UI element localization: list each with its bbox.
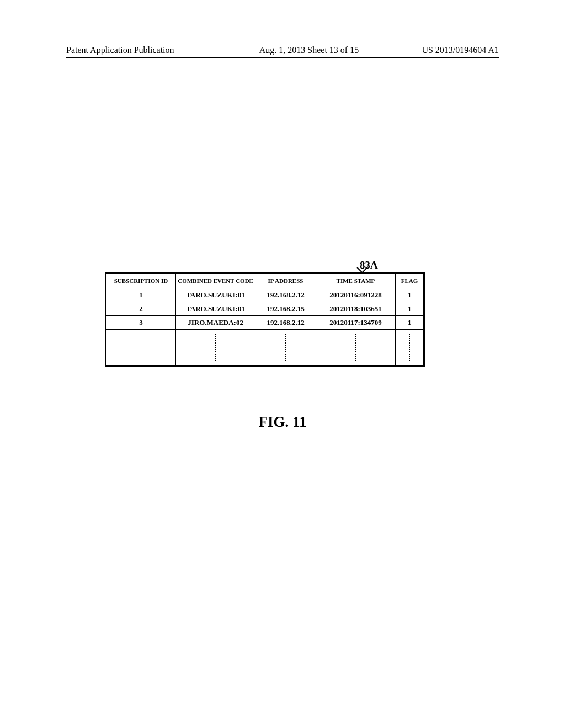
table-row: 3 JIRO.MAEDA:02 192.168.2.12 20120117:13… xyxy=(106,316,424,330)
cell-time-stamp: 20120117:134709 xyxy=(316,316,395,330)
header-publication-type: Patent Application Publication xyxy=(66,45,174,55)
vertical-dots-icon xyxy=(409,334,411,361)
table-row: 1 TARO.SUZUKI:01 192.168.2.12 20120116:0… xyxy=(106,288,424,302)
cell-ip-address: 192.168.2.15 xyxy=(255,302,316,316)
continuation-cell xyxy=(316,330,395,366)
subscription-table: SUBSCRIPTION ID COMBINED EVENT CODE IP A… xyxy=(105,272,425,367)
cell-subscription-id: 2 xyxy=(106,302,176,316)
header-divider xyxy=(66,57,499,58)
cell-subscription-id: 3 xyxy=(106,316,176,330)
cell-event-code: TARO.SUZUKI:01 xyxy=(175,288,255,302)
vertical-dots-icon xyxy=(285,334,286,361)
cell-ip-address: 192.168.2.12 xyxy=(255,288,316,302)
continuation-cell xyxy=(175,330,255,366)
cell-time-stamp: 20120116:091228 xyxy=(316,288,395,302)
table-continuation-row xyxy=(106,330,424,366)
header-subscription-id: SUBSCRIPTION ID xyxy=(106,273,176,288)
continuation-cell xyxy=(396,330,424,366)
cell-flag: 1 xyxy=(396,288,424,302)
header-flag: FLAG xyxy=(396,273,424,288)
continuation-cell xyxy=(106,330,176,366)
header-publication-number: US 2013/0194604 A1 xyxy=(422,45,499,55)
vertical-dots-icon xyxy=(215,334,216,361)
continuation-cell xyxy=(255,330,316,366)
cell-time-stamp: 20120118:103651 xyxy=(316,302,395,316)
table-header-row: SUBSCRIPTION ID COMBINED EVENT CODE IP A… xyxy=(106,273,424,288)
header-combined-event-code: COMBINED EVENT CODE xyxy=(175,273,255,288)
header-ip-address: IP ADDRESS xyxy=(255,273,316,288)
cell-flag: 1 xyxy=(396,316,424,330)
figure-caption: FIG. 11 xyxy=(0,414,565,431)
cell-event-code: TARO.SUZUKI:01 xyxy=(175,302,255,316)
cell-flag: 1 xyxy=(396,302,424,316)
cell-subscription-id: 1 xyxy=(106,288,176,302)
header-date-sheet: Aug. 1, 2013 Sheet 13 of 15 xyxy=(259,45,359,55)
vertical-dots-icon xyxy=(355,334,356,361)
cell-event-code: JIRO.MAEDA:02 xyxy=(175,316,255,330)
page-header: Patent Application Publication Aug. 1, 2… xyxy=(66,45,499,55)
table-row: 2 TARO.SUZUKI:01 192.168.2.15 20120118:1… xyxy=(106,302,424,316)
reference-number: 83A xyxy=(360,259,378,271)
vertical-dots-icon xyxy=(140,334,142,361)
cell-ip-address: 192.168.2.12 xyxy=(255,316,316,330)
header-time-stamp: TIME STAMP xyxy=(316,273,395,288)
